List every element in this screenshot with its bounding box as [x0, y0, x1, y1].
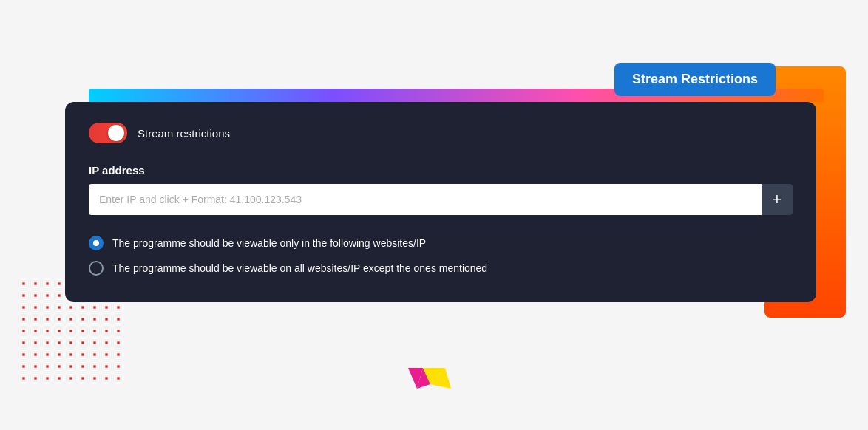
radio-label-1: The programme should be viewable only in…: [112, 237, 426, 249]
stream-restrictions-badge: Stream Restrictions: [614, 63, 776, 96]
ip-address-input[interactable]: [89, 184, 762, 215]
toggle-track: [89, 123, 127, 143]
radio-option-2[interactable]: The programme should be viewable on all …: [89, 261, 793, 276]
stream-restrictions-toggle[interactable]: [89, 123, 127, 143]
logo-icon: [408, 368, 460, 405]
radio-label-2: The programme should be viewable on all …: [112, 262, 487, 274]
radio-group: The programme should be viewable only in…: [89, 236, 793, 276]
ip-address-label: IP address: [89, 164, 793, 177]
ip-add-button[interactable]: +: [762, 184, 793, 215]
radio-circle-2: [89, 261, 104, 276]
logo-area: [408, 368, 460, 408]
radio-circle-1: [89, 236, 104, 250]
toggle-label: Stream restrictions: [138, 127, 230, 140]
toggle-row: Stream restrictions: [89, 123, 793, 143]
ip-input-row: +: [89, 184, 793, 215]
toggle-thumb: [108, 125, 124, 141]
main-card: Stream restrictions IP address + The pro…: [65, 102, 816, 302]
ip-section: IP address +: [89, 164, 793, 215]
radio-option-1[interactable]: The programme should be viewable only in…: [89, 236, 793, 250]
